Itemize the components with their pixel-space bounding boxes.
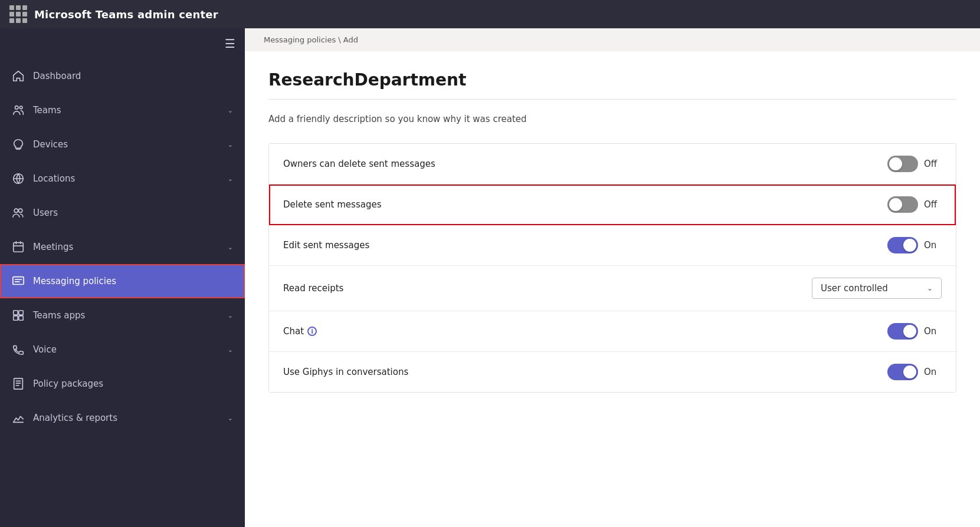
delete-sent-control: Off <box>887 196 942 213</box>
sidebar-label-teams: Teams <box>33 105 219 116</box>
svg-point-3 <box>14 209 18 212</box>
analytics-chevron-icon: ⌄ <box>228 414 233 422</box>
sidebar-label-meetings: Meetings <box>33 242 219 252</box>
giphys-toggle-thumb <box>903 365 916 378</box>
voice-chevron-icon: ⌄ <box>228 346 233 354</box>
owners-delete-toggle[interactable] <box>887 156 918 172</box>
sidebar-label-messaging-policies: Messaging policies <box>33 276 233 286</box>
sidebar-label-dashboard: Dashboard <box>33 71 233 81</box>
globe-icon <box>12 172 25 185</box>
chat-label: Chat i <box>283 326 887 337</box>
read-receipts-control: User controlled ⌄ <box>812 278 942 299</box>
sidebar-label-policy-packages: Policy packages <box>33 378 233 389</box>
chevron-down-icon: ⌄ <box>927 284 933 292</box>
hamburger-button[interactable]: ☰ <box>0 28 245 59</box>
sidebar-item-analytics-reports[interactable]: Analytics & reports ⌄ <box>0 401 245 435</box>
users-icon <box>12 206 25 219</box>
svg-rect-6 <box>13 277 24 285</box>
giphys-control: On <box>887 364 942 380</box>
main-content: Messaging policies \ Add ResearchDepartm… <box>245 28 980 527</box>
page-description: Add a friendly description so you know w… <box>268 114 956 124</box>
chat-toggle-thumb <box>903 325 916 338</box>
teams-icon <box>12 104 25 117</box>
giphys-value: On <box>924 367 942 377</box>
svg-rect-11 <box>14 378 23 389</box>
edit-sent-control: On <box>887 237 942 253</box>
breadcrumb: Messaging policies \ Add <box>245 28 980 51</box>
teams-chevron-icon: ⌄ <box>228 107 233 114</box>
delete-sent-toggle[interactable] <box>887 196 918 213</box>
settings-container: Owners can delete sent messages Off Dele… <box>268 143 956 393</box>
owners-delete-toggle-thumb <box>889 157 902 170</box>
title-divider <box>268 99 956 100</box>
sidebar-item-voice[interactable]: Voice ⌄ <box>0 332 245 367</box>
delete-sent-toggle-thumb <box>889 198 902 211</box>
svg-rect-8 <box>19 311 23 315</box>
setting-row-edit-sent: Edit sent messages On <box>269 225 956 266</box>
apps-grid-icon[interactable] <box>9 5 27 23</box>
edit-sent-toggle-thumb <box>903 239 916 252</box>
setting-row-owners-delete: Owners can delete sent messages Off <box>269 144 956 185</box>
read-receipts-dropdown[interactable]: User controlled ⌄ <box>812 278 942 299</box>
page-title: ResearchDepartment <box>268 70 956 90</box>
delete-sent-label: Delete sent messages <box>283 199 887 210</box>
delete-sent-value: Off <box>924 199 942 210</box>
analytics-icon <box>12 411 25 424</box>
sidebar-item-locations[interactable]: Locations ⌄ <box>0 162 245 196</box>
edit-sent-label: Edit sent messages <box>283 240 887 251</box>
teams-apps-chevron-icon: ⌄ <box>228 312 233 320</box>
sidebar-item-policy-packages[interactable]: Policy packages <box>0 367 245 401</box>
sidebar-item-devices[interactable]: Devices ⌄ <box>0 127 245 162</box>
topbar: Microsoft Teams admin center <box>0 0 980 28</box>
locations-chevron-icon: ⌄ <box>228 175 233 183</box>
giphys-toggle[interactable] <box>887 364 918 380</box>
sidebar-label-users: Users <box>33 207 233 218</box>
meetings-icon <box>12 241 25 253</box>
devices-icon <box>12 138 25 151</box>
home-icon <box>12 70 25 83</box>
content-area: ResearchDepartment Add a friendly descri… <box>245 51 980 527</box>
setting-row-delete-sent: Delete sent messages Off <box>269 185 956 225</box>
sidebar-item-teams[interactable]: Teams ⌄ <box>0 93 245 127</box>
svg-point-1 <box>19 106 22 109</box>
sidebar: ☰ Dashboard Teams ⌄ Devices ⌄ <box>0 28 245 527</box>
sidebar-label-voice: Voice <box>33 344 219 355</box>
chat-info-icon[interactable]: i <box>307 327 317 336</box>
sidebar-label-locations: Locations <box>33 173 219 184</box>
svg-rect-10 <box>19 316 23 320</box>
sidebar-item-dashboard[interactable]: Dashboard <box>0 59 245 93</box>
sidebar-label-analytics-reports: Analytics & reports <box>33 413 219 423</box>
voice-icon <box>12 343 25 356</box>
chat-value: On <box>924 326 942 337</box>
edit-sent-value: On <box>924 240 942 251</box>
setting-row-read-receipts: Read receipts User controlled ⌄ <box>269 266 956 311</box>
giphys-label: Use Giphys in conversations <box>283 367 887 377</box>
main-layout: ☰ Dashboard Teams ⌄ Devices ⌄ <box>0 28 980 527</box>
owners-delete-label: Owners can delete sent messages <box>283 159 887 169</box>
meetings-chevron-icon: ⌄ <box>228 243 233 251</box>
setting-row-giphys: Use Giphys in conversations On <box>269 352 956 392</box>
teams-apps-icon <box>12 309 25 322</box>
sidebar-item-teams-apps[interactable]: Teams apps ⌄ <box>0 298 245 332</box>
svg-rect-9 <box>14 316 18 320</box>
owners-delete-control: Off <box>887 156 942 172</box>
svg-point-0 <box>15 106 19 110</box>
messaging-icon <box>12 275 25 288</box>
edit-sent-toggle[interactable] <box>887 237 918 253</box>
read-receipts-label: Read receipts <box>283 283 812 294</box>
sidebar-label-teams-apps: Teams apps <box>33 310 219 321</box>
sidebar-item-messaging-policies[interactable]: Messaging policies <box>0 264 245 298</box>
owners-delete-value: Off <box>924 159 942 169</box>
sidebar-item-users[interactable]: Users <box>0 196 245 230</box>
read-receipts-dropdown-value: User controlled <box>821 283 888 294</box>
chat-control: On <box>887 323 942 340</box>
svg-rect-7 <box>14 311 18 315</box>
app-title: Microsoft Teams admin center <box>34 8 218 21</box>
policy-icon <box>12 377 25 390</box>
svg-rect-5 <box>14 243 24 252</box>
svg-point-4 <box>18 209 22 212</box>
sidebar-item-meetings[interactable]: Meetings ⌄ <box>0 230 245 264</box>
sidebar-label-devices: Devices <box>33 139 219 150</box>
chat-toggle[interactable] <box>887 323 918 340</box>
devices-chevron-icon: ⌄ <box>228 141 233 149</box>
